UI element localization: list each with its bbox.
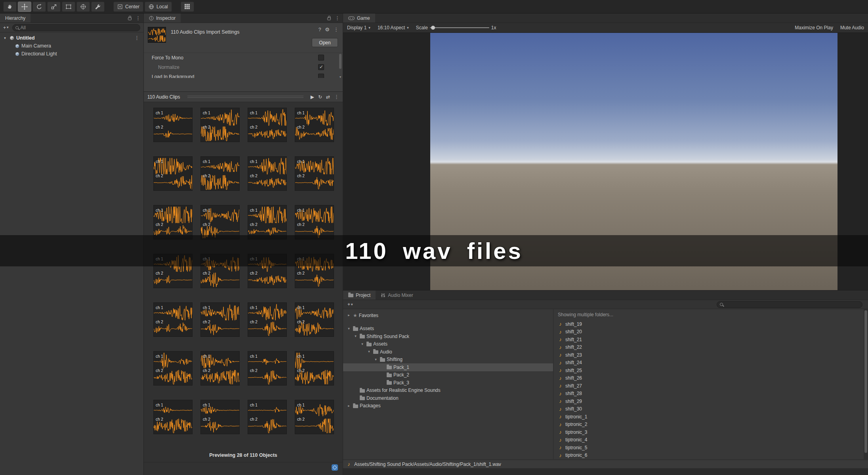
waveform-thumbnail[interactable]: ch 1 ch 2 <box>153 351 193 386</box>
waveform-thumbnail[interactable]: ch 1 ch 2 <box>295 254 334 288</box>
waveform-thumbnail[interactable]: ch 1 ch 2 <box>200 205 240 239</box>
local-global-toggle[interactable]: Local <box>145 2 172 12</box>
grid-snapping-button[interactable] <box>181 2 194 12</box>
scrollbar-thumb[interactable] <box>339 54 341 69</box>
file-row[interactable]: ♪shift_30 <box>554 405 864 413</box>
file-row[interactable]: ♪shift_19 <box>554 320 864 328</box>
waveform-thumbnail[interactable]: ch 1 ch 2 <box>200 156 240 191</box>
cycle-button[interactable]: ⇄ <box>326 95 330 99</box>
file-row[interactable]: ♪shift_23 <box>554 351 864 359</box>
file-row[interactable]: ♪shift_24 <box>554 359 864 367</box>
tab-inspector[interactable]: Inspector <box>144 13 181 23</box>
tree-item-pack-2[interactable]: Pack_2 <box>343 371 553 379</box>
file-row[interactable]: ♪tiptronic_4 <box>554 436 864 444</box>
tree-item-shifting[interactable]: Shifting <box>343 356 553 364</box>
expander-icon[interactable] <box>346 327 351 331</box>
hand-tool-button[interactable] <box>3 2 17 12</box>
waveform-thumbnail[interactable]: ch 1 ch 2 <box>153 302 193 337</box>
tab-audio-mixer[interactable]: Audio Mixer <box>376 291 418 300</box>
waveform-thumbnail[interactable]: ch 1 ch 2 <box>200 400 240 434</box>
waveform-thumbnail[interactable]: ch 1 ch 2 <box>200 302 240 337</box>
file-row[interactable]: ♪shift_20 <box>554 328 864 336</box>
tree-item-favorites[interactable]: ★ Favorites <box>343 312 553 319</box>
waveform-thumbnail[interactable]: ch 1 ch 2 <box>295 400 334 434</box>
move-tool-button[interactable] <box>18 2 31 12</box>
create-menu-button[interactable]: + ▾ <box>2 25 10 30</box>
maximize-on-play-button[interactable]: Maximize On Play <box>795 25 833 30</box>
load-in-background-checkbox[interactable] <box>318 74 324 78</box>
help-icon[interactable]: ? <box>319 27 321 32</box>
hierarchy-item-main-camera[interactable]: Main Camera <box>0 42 143 50</box>
scene-menu-icon[interactable]: ⋮ <box>134 35 139 40</box>
pane-menu-icon[interactable]: ⋮ <box>135 15 141 21</box>
scale-slider[interactable] <box>430 25 489 30</box>
expander-icon[interactable]: ▾ <box>2 36 8 40</box>
play-button[interactable]: ▶ <box>311 95 314 99</box>
open-button[interactable]: Open <box>312 38 338 47</box>
file-row[interactable]: ♪shift_25 <box>554 367 864 374</box>
scale-tool-button[interactable] <box>47 2 61 12</box>
waveform-thumbnail[interactable]: ch 1 ch 2 <box>248 108 287 142</box>
expander-icon[interactable] <box>366 350 372 353</box>
waveform-thumbnail[interactable]: ch 1 ch 2 <box>153 108 193 142</box>
lock-icon[interactable] <box>128 17 132 20</box>
waveform-thumbnail[interactable]: ch 1 ch 2 <box>295 156 334 191</box>
waveform-thumbnail[interactable]: ch 1 ch 2 <box>295 351 334 386</box>
tree-item-assets-sub[interactable]: Assets <box>343 340 553 348</box>
normalize-checkbox[interactable] <box>318 64 324 70</box>
hierarchy-item-directional-light[interactable]: Directional Light <box>0 50 143 58</box>
expander-icon[interactable] <box>353 334 358 338</box>
tree-item-shifting-sound-pack[interactable]: Shifting Sound Pack <box>343 332 553 340</box>
tab-hierarchy[interactable]: Hierarchy <box>0 13 31 23</box>
hierarchy-search-input[interactable]: All <box>12 24 140 31</box>
waveform-thumbnail[interactable]: ch 1 ch 2 <box>200 254 240 288</box>
waveform-thumbnail[interactable]: ch 1 ch 2 <box>200 108 240 142</box>
file-row[interactable]: ♪tiptronic_6 <box>554 452 864 460</box>
file-row[interactable]: ♪shift_22 <box>554 344 864 352</box>
scroll-down-icon[interactable]: ▾ <box>338 75 342 78</box>
rotate-tool-button[interactable] <box>32 2 46 12</box>
mute-audio-button[interactable]: Mute Audio <box>840 25 864 30</box>
file-row[interactable]: ♪tiptronic_2 <box>554 421 864 429</box>
file-row[interactable]: ♪tiptronic_3 <box>554 428 864 436</box>
tree-item-assets[interactable]: Assets <box>343 325 553 333</box>
expander-icon[interactable] <box>346 404 351 408</box>
create-asset-button[interactable]: + ▾ <box>346 302 354 307</box>
waveform-thumbnail[interactable]: ch 1 ch 2 <box>295 302 334 337</box>
tab-game[interactable]: Game <box>343 13 375 23</box>
waveform-thumbnail[interactable]: ch 1 ch 2 <box>248 254 287 288</box>
waveform-thumbnail[interactable]: ch 1 ch 2 <box>153 156 193 191</box>
waveform-thumbnail[interactable]: ch 1 ch 2 <box>248 302 287 337</box>
transform-tool-button[interactable] <box>76 2 90 12</box>
preview-menu-icon[interactable]: ⋮ <box>334 94 339 99</box>
loop-button[interactable]: ↻ <box>318 95 322 99</box>
tree-item-realistic-engine-sounds[interactable]: Assets for Realistic Engine Sounds <box>343 387 553 395</box>
display-dropdown[interactable]: Display 1 ▾ <box>347 25 370 30</box>
waveform-thumbnail[interactable]: ch 1 ch 2 <box>200 351 240 386</box>
tree-item-pack-3[interactable]: Pack_3 <box>343 379 553 387</box>
waveform-thumbnail[interactable]: ch 1 ch 2 <box>248 205 287 239</box>
custom-tools-button[interactable] <box>91 2 105 12</box>
tree-item-packages[interactable]: Packages <box>343 402 553 410</box>
expander-icon[interactable] <box>360 342 365 346</box>
splitter-grip[interactable] <box>187 96 303 98</box>
waveform-thumbnail[interactable]: ch 1 ch 2 <box>153 205 193 239</box>
aspect-dropdown[interactable]: 16:10 Aspect ▾ <box>378 25 409 30</box>
waveform-thumbnail[interactable]: ch 1 ch 2 <box>153 400 193 434</box>
expander-icon[interactable] <box>373 358 378 361</box>
presets-icon[interactable]: ⚙ <box>325 27 330 32</box>
file-row[interactable]: ♪shift_21 <box>554 336 864 344</box>
file-row[interactable]: ♪shift_26 <box>554 374 864 382</box>
assetbundle-badge-icon[interactable] <box>332 464 338 471</box>
tree-item-audio[interactable]: Audio <box>343 348 553 356</box>
waveform-thumbnail[interactable]: ch 1 ch 2 <box>295 205 334 239</box>
file-list-scrollbar[interactable] <box>864 309 868 459</box>
waveform-thumbnail[interactable]: ch 1 ch 2 <box>295 108 334 142</box>
file-row[interactable]: ♪shift_27 <box>554 382 864 390</box>
project-search-box[interactable] <box>717 301 862 308</box>
expander-icon[interactable] <box>346 314 351 317</box>
tree-item-documentation[interactable]: Documentation <box>343 394 553 402</box>
waveform-thumbnail[interactable]: ch 1 ch 2 <box>248 156 287 191</box>
file-row[interactable]: ♪shift_29 <box>554 397 864 405</box>
file-row[interactable]: ♪tiptronic_5 <box>554 444 864 452</box>
